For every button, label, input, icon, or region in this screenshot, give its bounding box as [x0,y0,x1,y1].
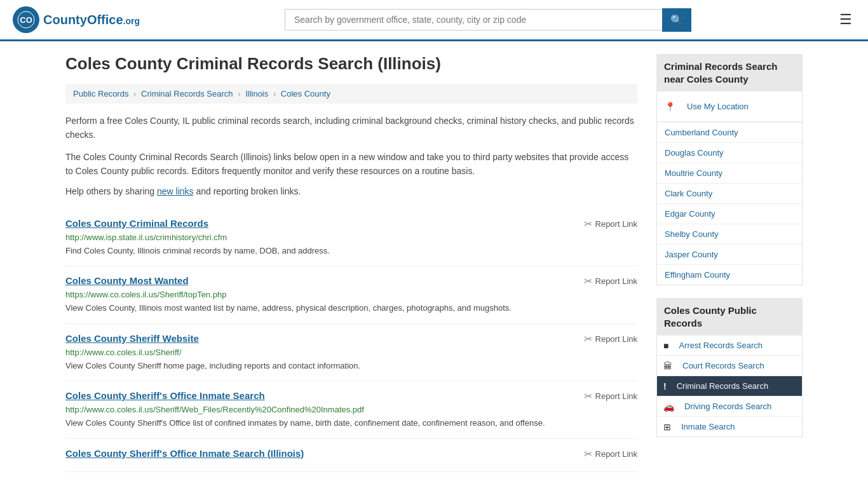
record-title[interactable]: Coles County Most Wanted [65,275,189,286]
court-icon: 🏛 [663,361,672,371]
record-header: Coles County Sheriff's Office Inmate Sea… [65,390,637,402]
record-url[interactable]: http://www.isp.state.il.us/crimhistory/c… [65,233,637,242]
record-desc: Find Coles County, Illinois criminal rec… [65,245,637,257]
arrest-records-link[interactable]: Arrest Records Search [674,336,802,355]
logo-icon: CO [13,6,39,33]
content-area: Coles County Criminal Records Search (Il… [65,54,637,472]
record-url[interactable]: http://www.co.coles.il.us/Sheriff/Web_Fi… [65,405,637,414]
list-item: Moultrie County [657,163,802,184]
county-link[interactable]: Shelby County [657,224,802,244]
list-item: Edgar County [657,204,802,224]
county-link[interactable]: Cumberland County [657,123,802,142]
logo-text: CountyOffice.org [43,13,140,27]
record-header: Coles County Sheriff's Office Inmate Sea… [65,448,637,460]
record-title[interactable]: Coles County Sheriff's Office Inmate Sea… [65,448,304,459]
record-item: Coles County Sheriff's Office Inmate Sea… [65,381,637,439]
report-link-button[interactable]: ✂ Report Link [584,390,637,402]
record-url[interactable]: https://www.co.coles.il.us/Sheriff/topTe… [65,290,637,299]
county-link[interactable]: Jasper County [657,245,802,264]
record-item: Coles County Criminal Records ✂ Report L… [65,209,637,267]
arrest-icon: ■ [663,341,668,351]
criminal-records-link[interactable]: Criminal Records Search [672,376,802,396]
record-title[interactable]: Coles County Sheriff Website [65,333,199,344]
nearby-counties-list: 📍 Use My Location Cumberland County Doug… [656,92,803,285]
record-desc: View Coles County Sheriff home page, inc… [65,360,637,372]
county-link[interactable]: Edgar County [657,204,802,224]
list-item: Effingham County [657,265,802,285]
nearby-header: Criminal Records Search near Coles Count… [656,54,803,92]
report-link-button[interactable]: ✂ Report Link [584,448,637,460]
record-header: Coles County Criminal Records ✂ Report L… [65,218,637,230]
breadcrumb-criminal-records-search[interactable]: Criminal Records Search [141,89,233,98]
county-link[interactable]: Clark County [657,184,802,203]
report-link-button[interactable]: ✂ Report Link [584,218,637,230]
driving-icon: 🚗 [663,402,674,412]
list-item: ⊞ Inmate Search [657,417,802,437]
intro-paragraph-1: Perform a free Coles County, IL public c… [65,114,637,142]
list-item: Clark County [657,184,802,204]
use-my-location-link[interactable]: Use My Location [679,97,756,116]
driving-records-link[interactable]: Driving Records Search [679,396,802,416]
public-records-section: Coles County Public Records ■ Arrest Rec… [656,298,803,437]
county-link[interactable]: Moultrie County [657,163,802,183]
record-url[interactable]: http://www.co.coles.il.us/Sheriff/ [65,348,637,357]
report-icon: ✂ [584,218,592,230]
search-button[interactable]: 🔍 [662,8,691,32]
list-item: Cumberland County [657,123,802,143]
report-icon: ✂ [584,275,592,287]
record-desc: View Coles County Sheriff's Office list … [65,417,637,430]
use-my-location-item: 📍 Use My Location [657,92,802,123]
record-item: Coles County Most Wanted ✂ Report Link h… [65,266,637,324]
main-container: Coles County Criminal Records Search (Il… [53,41,815,485]
svg-text:CO: CO [20,15,32,25]
record-title[interactable]: Coles County Sheriff's Office Inmate Sea… [65,390,265,401]
list-item: 🚗 Driving Records Search [657,396,802,417]
court-records-link[interactable]: Court Records Search [677,356,802,376]
report-icon: ✂ [584,390,592,402]
list-item: ■ Arrest Records Search [657,336,802,356]
menu-button[interactable]: ☰ [836,8,855,31]
record-item: Coles County Sheriff Website ✂ Report Li… [65,324,637,382]
location-pin-icon: 📍 [665,102,675,112]
logo-area: CO CountyOffice.org [13,6,140,33]
list-item: Shelby County [657,224,802,245]
public-records-list: ■ Arrest Records Search 🏛 Court Records … [656,336,803,437]
breadcrumb-coles-county[interactable]: Coles County [281,89,330,98]
public-records-header: Coles County Public Records [656,298,803,336]
record-header: Coles County Sheriff Website ✂ Report Li… [65,333,637,345]
criminal-icon: ! [663,381,667,391]
list-item: 🏛 Court Records Search [657,356,802,376]
nearby-counties-section: Criminal Records Search near Coles Count… [656,54,803,285]
share-text: Help others by sharing new links and rep… [65,186,637,196]
list-item-active: ! Criminal Records Search [657,376,802,396]
county-link[interactable]: Effingham County [657,265,802,285]
new-links-link[interactable]: new links [157,186,194,196]
breadcrumb: Public Records › Criminal Records Search… [65,84,637,104]
record-title[interactable]: Coles County Criminal Records [65,218,208,229]
report-link-button[interactable]: ✂ Report Link [584,333,637,345]
header: CO CountyOffice.org 🔍 ☰ [0,0,868,41]
records-list: Coles County Criminal Records ✂ Report L… [65,209,637,472]
page-title: Coles County Criminal Records Search (Il… [65,54,637,74]
list-item: Douglas County [657,143,802,163]
sidebar: Criminal Records Search near Coles Count… [656,54,803,472]
breadcrumb-public-records[interactable]: Public Records [73,89,128,98]
search-input[interactable] [285,9,662,30]
breadcrumb-illinois[interactable]: Illinois [245,89,268,98]
inmate-icon: ⊞ [663,422,671,432]
record-item: Coles County Sheriff's Office Inmate Sea… [65,439,637,472]
report-icon: ✂ [584,333,592,345]
list-item: Jasper County [657,245,802,265]
record-header: Coles County Most Wanted ✂ Report Link [65,275,637,287]
search-area: 🔍 [285,8,691,32]
record-desc: View Coles County, Illinois most wanted … [65,302,637,315]
report-link-button[interactable]: ✂ Report Link [584,275,637,287]
county-link[interactable]: Douglas County [657,143,802,163]
intro-paragraph-2: The Coles County Criminal Records Search… [65,150,637,179]
report-icon: ✂ [584,448,592,460]
inmate-search-link[interactable]: Inmate Search [676,417,802,437]
